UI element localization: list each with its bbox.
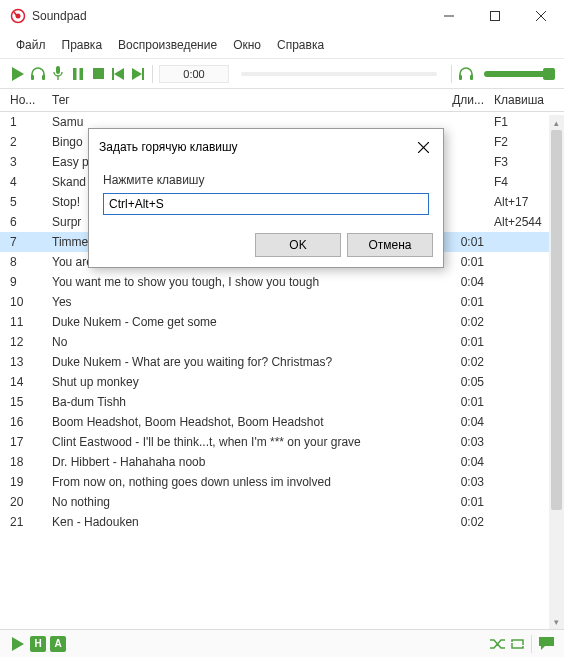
shuffle-icon[interactable]	[489, 635, 505, 653]
table-row[interactable]: 14Shut up monkey0:05	[0, 372, 564, 392]
menu-playback[interactable]: Воспроизведение	[112, 34, 223, 56]
cell-duration: 0:01	[436, 495, 484, 509]
table-row[interactable]: 9You want me to show you tough, I show y…	[0, 272, 564, 292]
cell-tag: You want me to show you tough, I show yo…	[52, 275, 436, 289]
next-icon[interactable]	[130, 65, 146, 83]
close-button[interactable]	[518, 0, 564, 32]
svg-rect-10	[73, 68, 77, 80]
hotkey-input[interactable]	[103, 193, 429, 215]
cell-tag: Duke Nukem - What are you waiting for? C…	[52, 355, 436, 369]
table-row[interactable]: 18Dr. Hibbert - Hahahaha noob0:04	[0, 452, 564, 472]
menu-help[interactable]: Справка	[271, 34, 330, 56]
cell-duration: 0:03	[436, 475, 484, 489]
cell-hotkey	[484, 375, 554, 389]
headphones-icon[interactable]	[30, 65, 46, 83]
cell-tag: Ken - Hadouken	[52, 515, 436, 529]
maximize-button[interactable]	[472, 0, 518, 32]
table-row[interactable]: 12No0:01	[0, 332, 564, 352]
cell-duration: 0:04	[436, 415, 484, 429]
time-display: 0:00	[159, 65, 229, 83]
cell-no: 9	[10, 275, 52, 289]
cell-no: 7	[10, 235, 52, 249]
separator	[531, 635, 532, 653]
cell-hotkey	[484, 295, 554, 309]
play-bottom-icon[interactable]	[10, 635, 26, 653]
menu-file[interactable]: Файл	[10, 34, 52, 56]
dialog-title: Задать горячую клавишу	[99, 140, 411, 154]
cell-hotkey	[484, 255, 554, 269]
cell-no: 13	[10, 355, 52, 369]
col-tag[interactable]: Тег	[52, 93, 436, 107]
col-number[interactable]: Но...	[10, 93, 52, 107]
titlebar: Soundpad	[0, 0, 564, 32]
headphones-vol-icon[interactable]	[458, 65, 474, 83]
col-hotkey[interactable]: Клавиша	[484, 93, 554, 107]
cell-duration: 0:01	[436, 295, 484, 309]
cell-hotkey	[484, 495, 554, 509]
cell-no: 8	[10, 255, 52, 269]
svg-rect-13	[112, 68, 114, 80]
table-row[interactable]: 17Clint Eastwood - I'll be think...t, wh…	[0, 432, 564, 452]
cell-no: 11	[10, 315, 52, 329]
cell-no: 20	[10, 495, 52, 509]
cell-no: 5	[10, 195, 52, 209]
cell-hotkey	[484, 435, 554, 449]
separator	[152, 65, 153, 83]
cell-hotkey	[484, 515, 554, 529]
table-row[interactable]: 10Yes0:01	[0, 292, 564, 312]
cell-tag: Ba-dum Tishh	[52, 395, 436, 409]
play-icon[interactable]	[10, 65, 26, 83]
svg-rect-6	[31, 75, 34, 80]
menu-edit[interactable]: Правка	[56, 34, 109, 56]
cell-tag: No	[52, 335, 436, 349]
table-row[interactable]: 15Ba-dum Tishh0:01	[0, 392, 564, 412]
svg-rect-11	[80, 68, 84, 80]
table-row[interactable]: 19From now on, nothing goes down unless …	[0, 472, 564, 492]
window-title: Soundpad	[32, 9, 426, 23]
cell-hotkey: F2	[484, 135, 554, 149]
table-row[interactable]: 16Boom Headshot, Boom Headshot, Boom Hea…	[0, 412, 564, 432]
cell-hotkey: F3	[484, 155, 554, 169]
bottom-toolbar: Н А	[0, 629, 564, 657]
scroll-up-arrow[interactable]: ▴	[549, 115, 564, 130]
mic-icon[interactable]	[50, 65, 66, 83]
cell-hotkey: F4	[484, 175, 554, 189]
vertical-scrollbar[interactable]: ▴ ▾	[549, 115, 564, 629]
menu-window[interactable]: Окно	[227, 34, 267, 56]
ok-button[interactable]: OK	[255, 233, 341, 257]
table-row[interactable]: 13Duke Nukem - What are you waiting for?…	[0, 352, 564, 372]
cell-tag: No nothing	[52, 495, 436, 509]
dialog-body: Нажмите клавишу	[89, 165, 443, 227]
cell-hotkey	[484, 455, 554, 469]
cell-tag: Yes	[52, 295, 436, 309]
stop-icon[interactable]	[90, 65, 106, 83]
repeat-icon[interactable]	[509, 635, 525, 653]
scroll-thumb[interactable]	[551, 130, 562, 510]
table-row[interactable]: 21Ken - Hadouken0:02	[0, 512, 564, 532]
minimize-button[interactable]	[426, 0, 472, 32]
hotkey-dialog: Задать горячую клавишу Нажмите клавишу O…	[88, 128, 444, 268]
cell-no: 21	[10, 515, 52, 529]
progress-bar[interactable]	[241, 72, 437, 76]
cell-duration: 0:04	[436, 275, 484, 289]
scroll-down-arrow[interactable]: ▾	[549, 614, 564, 629]
mode-a-button[interactable]: А	[50, 636, 66, 652]
table-row[interactable]: 20No nothing0:01	[0, 492, 564, 512]
chat-icon[interactable]	[538, 635, 554, 653]
cell-duration	[436, 115, 484, 129]
dialog-close-button[interactable]	[411, 135, 435, 159]
cell-hotkey	[484, 275, 554, 289]
cancel-button[interactable]: Отмена	[347, 233, 433, 257]
cell-tag: Clint Eastwood - I'll be think...t, when…	[52, 435, 436, 449]
cell-hotkey	[484, 395, 554, 409]
cell-no: 3	[10, 155, 52, 169]
svg-rect-12	[93, 68, 104, 79]
volume-slider[interactable]	[484, 71, 554, 77]
prev-icon[interactable]	[110, 65, 126, 83]
col-duration[interactable]: Дли...	[436, 93, 484, 107]
mode-h-button[interactable]: Н	[30, 636, 46, 652]
cell-hotkey	[484, 335, 554, 349]
pause-icon[interactable]	[70, 65, 86, 83]
table-row[interactable]: 11Duke Nukem - Come get some0:02	[0, 312, 564, 332]
dialog-prompt-label: Нажмите клавишу	[103, 173, 429, 187]
